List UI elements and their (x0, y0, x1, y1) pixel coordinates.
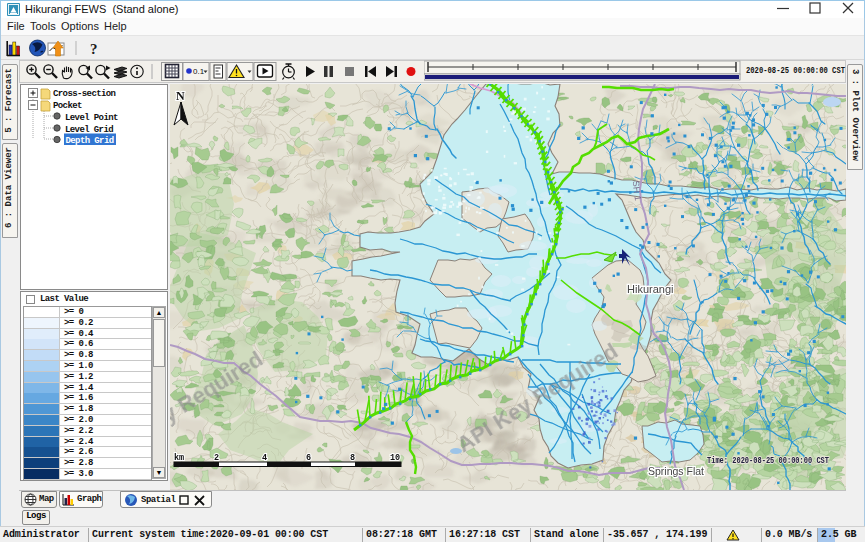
svg-text:Level Grid: Level Grid (65, 125, 113, 135)
svg-text:Cross-section: Cross-section (53, 89, 116, 99)
svg-text:2020-08-25 00:00:00 CST: 2020-08-25 00:00:00 CST (746, 65, 845, 76)
svg-text:Time: 2020-08-25 00:00:00 CST: Time: 2020-08-25 00:00:00 CST (707, 455, 829, 466)
svg-text:Hikurangi: Hikurangi (627, 283, 673, 295)
svg-text:0.1: 0.1 (193, 67, 205, 76)
svg-text:Depth Grid: Depth Grid (66, 136, 114, 146)
svg-text:Level Point: Level Point (65, 113, 118, 123)
svg-text:?: ? (90, 41, 98, 57)
svg-text:N: N (176, 89, 185, 103)
svg-text:Springs Flat: Springs Flat (648, 465, 704, 477)
svg-text:Pocket: Pocket (53, 101, 82, 111)
